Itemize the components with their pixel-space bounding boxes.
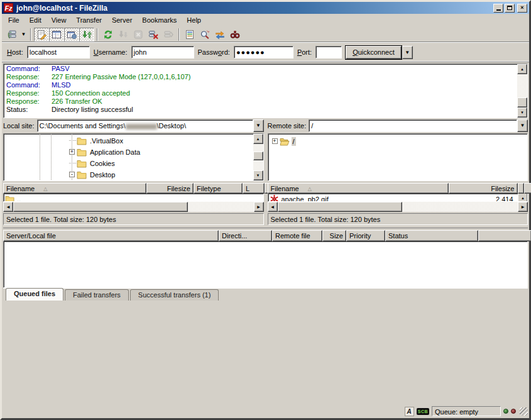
tree-expander-minus-icon[interactable]: - [69, 172, 75, 177]
tab-successful-transfers-1-[interactable]: Successful transfers (1) [130, 289, 219, 301]
column-header-status[interactable]: Status [385, 230, 478, 241]
scroll-up-button[interactable]: ▲ [517, 64, 527, 74]
tab-queued-files[interactable]: Queued files [6, 288, 63, 301]
column-header-filename[interactable]: Filename△ [268, 183, 449, 194]
column-header-l[interactable]: L [243, 183, 265, 194]
local-site-combo[interactable]: C:\Documents and Settings\\Desktop\ ▼ [37, 119, 264, 132]
remote-combo-dropdown-icon[interactable]: ▼ [517, 119, 528, 132]
scroll-right-button[interactable]: ▶ [518, 202, 528, 212]
site-manager-button[interactable] [4, 28, 19, 41]
menu-bookmarks[interactable]: Bookmarks [137, 15, 182, 25]
window-title: john@localhost - FileZilla [16, 4, 493, 13]
column-header-directi-[interactable]: Directi... [219, 230, 272, 241]
scroll-up-button[interactable]: ▲ [253, 134, 263, 144]
file-row--[interactable]: .. [4, 194, 263, 202]
scroll-up-button[interactable]: ▲ [518, 194, 528, 202]
remote-status-text: Selected 1 file. Total size: 120 bytes [268, 213, 528, 225]
column-header-remote-file[interactable]: Remote file [272, 230, 322, 241]
transfer-type-icon[interactable]: A [405, 407, 414, 416]
local-site-label: Local site: [3, 122, 35, 130]
local-combo-dropdown-icon[interactable]: ▼ [253, 119, 264, 132]
tab-failed-transfers[interactable]: Failed transfers [65, 289, 129, 301]
tree-item-application-data[interactable]: +Application Data [69, 146, 141, 157]
menu-view[interactable]: View [47, 15, 72, 25]
quickconnect-dropdown-icon[interactable]: ▼ [402, 46, 413, 59]
local-hscrollbar[interactable]: ◀ ▶ [3, 202, 264, 212]
username-input[interactable]: john [131, 46, 194, 58]
column-header-server-local-file[interactable]: Server/Local file [3, 230, 219, 241]
quickconnect-button[interactable]: Quickconnect [346, 46, 402, 59]
site-manager-dropdown-icon[interactable]: ▼ [19, 28, 28, 41]
scroll-right-button[interactable]: ▶ [254, 202, 264, 212]
remote-path-value[interactable]: / [309, 119, 517, 132]
minimize-button[interactable] [493, 4, 503, 13]
remote-list-scrollbar[interactable]: ▲ ▼ [518, 194, 528, 202]
scroll-left-button[interactable]: ◀ [3, 202, 13, 212]
toggle-log-button[interactable] [34, 28, 49, 41]
toggle-queue-button[interactable] [79, 28, 94, 41]
tree-expander-plus-icon[interactable]: + [69, 149, 75, 155]
column-header-filler [518, 183, 524, 194]
scroll-left-button[interactable]: ◀ [268, 202, 278, 212]
toggle-remote-tree-icon [67, 30, 77, 40]
remote-site-combo[interactable]: / ▼ [309, 119, 528, 132]
folder-icon [5, 194, 15, 202]
toggle-log-icon [36, 30, 47, 40]
maximize-icon [507, 6, 512, 10]
scroll-down-button[interactable]: ▼ [253, 170, 263, 180]
host-input[interactable]: localhost [27, 46, 90, 58]
remote-directory-tree[interactable]: +/ [268, 134, 528, 180]
log-scrollbar[interactable]: ▲ ▼ [517, 64, 527, 118]
column-header-filename[interactable]: Filename△ [3, 183, 146, 194]
menu-transfer[interactable]: Transfer [71, 15, 107, 25]
menu-server[interactable]: Server [107, 15, 137, 25]
scroll-thumb[interactable] [13, 202, 188, 212]
title-bar[interactable]: Fz john@localhost - FileZilla × [2, 2, 529, 14]
port-input[interactable] [315, 46, 342, 58]
column-header-filesize[interactable]: Filesize [146, 183, 194, 194]
column-header-priority[interactable]: Priority [346, 230, 385, 241]
sync-browsing-icon [215, 30, 225, 40]
local-tree-scrollbar[interactable]: ▲ ▼ [253, 134, 263, 180]
toggle-remote-tree-button[interactable] [64, 28, 79, 41]
app-icon[interactable]: Fz [4, 3, 13, 13]
toolbar-separator [178, 28, 180, 41]
refresh-button[interactable] [101, 28, 116, 41]
toggle-local-tree-button[interactable] [49, 28, 64, 41]
column-header-size[interactable]: Size [322, 230, 346, 241]
resize-grip[interactable] [520, 407, 528, 416]
toggle-queue-icon [82, 30, 92, 40]
password-input[interactable]: ●●●●●● [234, 46, 293, 58]
local-path-value[interactable]: C:\Documents and Settings\\Desktop\ [37, 119, 253, 132]
tree-item--virtualbox[interactable]: .VirtualBox [69, 135, 124, 146]
file-row-apache_pb2-gif[interactable]: apache_pb2.gif2,414 [268, 194, 518, 202]
compare-button[interactable] [197, 28, 212, 41]
column-header-filetype[interactable]: Filetype [194, 183, 243, 194]
close-button[interactable]: × [517, 4, 527, 13]
find-button[interactable] [227, 28, 243, 41]
tree-item-root[interactable]: +/ [272, 136, 296, 146]
remote-hscrollbar[interactable]: ◀ ▶ [268, 202, 528, 212]
tree-item-desktop[interactable]: -Desktop [69, 169, 116, 180]
maximize-button[interactable] [505, 4, 515, 13]
scroll-thumb[interactable] [253, 152, 263, 160]
queue-body[interactable] [3, 241, 528, 288]
recv-activity-led-icon [503, 409, 508, 414]
speed-limit-icon[interactable]: SCB [417, 408, 429, 415]
disconnect-button[interactable] [146, 28, 161, 41]
menu-file[interactable]: File [3, 15, 25, 25]
menu-edit[interactable]: Edit [25, 15, 47, 25]
local-directory-tree[interactable]: .VirtualBox+Application DataCookies-Desk… [4, 134, 253, 180]
scroll-thumb[interactable] [517, 97, 527, 108]
tree-expander-plus-icon[interactable]: + [272, 138, 278, 144]
sync-browsing-button[interactable] [212, 28, 227, 41]
column-header-filesize[interactable]: Filesize [449, 183, 518, 194]
filter-button[interactable] [182, 28, 197, 41]
column-header-spacer[interactable] [478, 230, 531, 241]
menu-help[interactable]: Help [182, 15, 206, 25]
tree-item-cookies[interactable]: Cookies [69, 158, 116, 169]
tree-item-label: Application Data [89, 148, 141, 157]
scroll-thumb[interactable] [278, 202, 402, 212]
scroll-down-button[interactable]: ▼ [517, 108, 527, 118]
tree-item-label: .VirtualBox [89, 136, 124, 145]
